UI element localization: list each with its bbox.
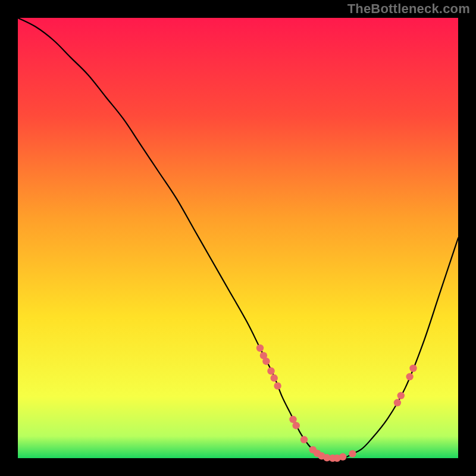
data-point <box>267 367 274 374</box>
data-point <box>394 399 401 406</box>
chart-root: TheBottleneck.com <box>0 0 476 476</box>
data-point <box>293 422 300 429</box>
data-point <box>271 374 278 381</box>
data-point <box>409 365 416 372</box>
bottleneck-chart <box>0 0 476 476</box>
data-point <box>397 392 405 399</box>
data-point <box>406 373 413 380</box>
data-point <box>339 453 346 461</box>
watermark-label: TheBottleneck.com <box>347 1 470 17</box>
data-point <box>262 358 270 365</box>
data-point <box>349 450 356 457</box>
data-point <box>300 436 308 443</box>
data-point <box>256 345 264 352</box>
data-point <box>274 382 281 389</box>
chart-background <box>18 18 458 458</box>
